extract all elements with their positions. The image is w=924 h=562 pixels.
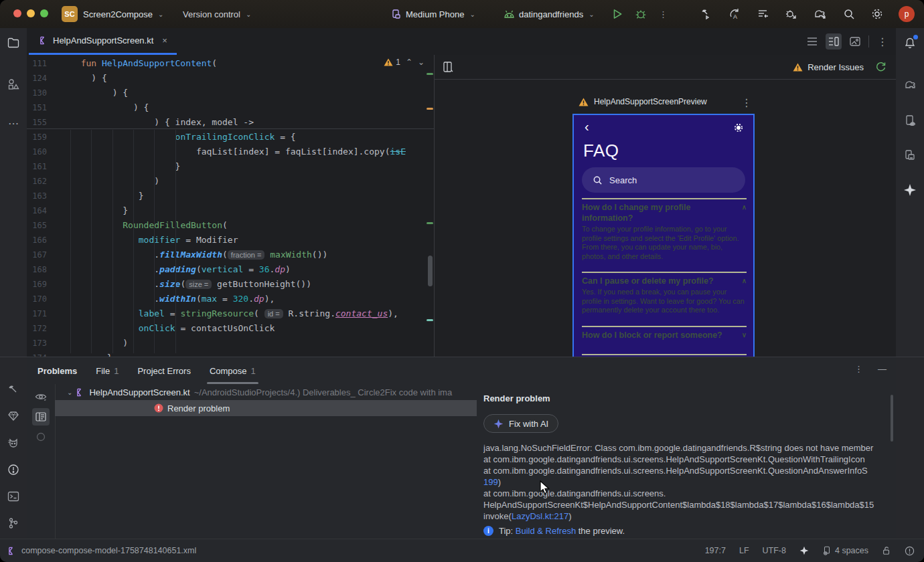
render-issues-button[interactable]: Render Issues <box>793 55 864 79</box>
caret-position[interactable]: 197:7 <box>705 546 726 555</box>
device-selector[interactable]: Medium Phone⌄ <box>391 0 475 28</box>
code-line-173[interactable]: 173) <box>27 336 434 351</box>
code-line-159[interactable]: 159onTrailingIconClick = { <box>27 130 434 145</box>
build-tool-icon[interactable] <box>0 376 27 403</box>
chevron-down-icon[interactable]: ⌄ <box>67 389 72 396</box>
gradle-sync-icon[interactable] <box>813 7 828 21</box>
close-tab-icon[interactable]: × <box>162 35 167 45</box>
maximize-window-button[interactable] <box>40 9 48 17</box>
problems-tab-file[interactable]: File1 <box>96 357 119 384</box>
faq-search-input[interactable]: Search <box>582 167 745 193</box>
device-manager-icon[interactable] <box>897 107 923 134</box>
code-line-171[interactable]: 171label = stringResource( id = R.string… <box>27 306 434 321</box>
code-line-130[interactable]: 130) { <box>27 86 434 100</box>
gemini-ai-icon[interactable] <box>897 177 923 203</box>
line-number[interactable]: 165 <box>27 218 47 233</box>
code-line-174[interactable]: 174} <box>27 351 434 357</box>
code-line-169[interactable]: 169.size(size = getButtonHeight()) <box>27 277 434 292</box>
view-options-eye-icon[interactable] <box>32 388 50 405</box>
lock-open-icon[interactable] <box>882 546 891 555</box>
more-tool-windows-icon[interactable]: ⋯ <box>0 110 27 136</box>
faq-settings-gear-icon[interactable] <box>733 122 744 133</box>
line-number[interactable]: 172 <box>27 321 47 336</box>
attach-debugger-icon[interactable] <box>785 7 798 21</box>
app-quality-insights-icon[interactable] <box>0 403 27 430</box>
design-view-button[interactable] <box>847 33 863 50</box>
code-editor[interactable]: 1 ⌃ ⌄ 111fun HelpAndSupportContent(124) … <box>27 55 434 357</box>
preview-card-title[interactable]: HelpAndSupportScreenPreview <box>579 97 707 106</box>
code-view-button[interactable] <box>804 33 820 50</box>
render-problem-node[interactable]: Render problem <box>55 400 477 416</box>
build-refresh-link[interactable]: Build & Refresh <box>516 526 576 536</box>
line-number[interactable]: 130 <box>27 86 47 100</box>
project-selector[interactable]: Screen2Compose⌄ <box>83 0 163 28</box>
panel-options-icon[interactable]: ⋮ <box>854 364 863 374</box>
line-number[interactable]: 163 <box>27 189 47 203</box>
faq-question[interactable]: How do I block or report someone? <box>582 330 722 341</box>
line-number[interactable]: 167 <box>27 248 47 262</box>
file-encoding[interactable]: UTF-8 <box>763 546 786 555</box>
search-everywhere-icon[interactable] <box>842 7 856 21</box>
problems-file-node[interactable]: ⌄ HelpAndSupportScreen.kt ~/AndroidStudi… <box>55 384 477 400</box>
help-circle-icon[interactable] <box>32 428 50 446</box>
run-configuration-selector[interactable]: datingandfriends⌄ <box>504 0 595 28</box>
line-separator[interactable]: LF <box>739 546 749 555</box>
close-window-button[interactable] <box>13 9 21 17</box>
resource-manager-icon[interactable] <box>0 71 27 98</box>
faq-question[interactable]: How do I change my profile information? <box>582 202 742 223</box>
line-number[interactable]: 111 <box>27 56 47 71</box>
problems-tab-problems[interactable]: Problems <box>37 357 77 384</box>
code-line-172[interactable]: 172onClick = contactUsOnClick <box>27 321 434 336</box>
hide-panel-icon[interactable]: — <box>878 364 887 374</box>
user-avatar[interactable]: p <box>899 6 915 22</box>
git-tool-icon[interactable] <box>0 510 27 537</box>
more-run-options[interactable]: ⋮ <box>659 0 668 28</box>
terminal-icon[interactable] <box>0 483 27 510</box>
refresh-preview-icon[interactable] <box>875 61 887 72</box>
line-number[interactable]: 166 <box>27 233 47 248</box>
minimize-window-button[interactable] <box>27 9 35 17</box>
gradle-tool-icon[interactable] <box>897 71 923 98</box>
problems-tab-compose[interactable]: Compose1 <box>210 357 256 384</box>
code-line-162[interactable]: 162) <box>27 174 434 189</box>
run-button[interactable] <box>611 0 623 28</box>
line-number[interactable]: 164 <box>27 203 47 218</box>
logcat-icon[interactable] <box>0 430 27 456</box>
fix-with-ai-button[interactable]: Fix with AI <box>483 414 558 433</box>
line-number[interactable]: 170 <box>27 292 47 306</box>
line-number[interactable]: 162 <box>27 174 47 189</box>
line-number[interactable]: 169 <box>27 277 47 292</box>
preview-card-menu-icon[interactable]: ⋮ <box>741 96 752 109</box>
chevron-down-icon[interactable]: ∨ <box>742 330 747 341</box>
trace-link[interactable]: LazyDsl.kt:217 <box>512 511 568 521</box>
line-number[interactable]: 161 <box>27 159 47 174</box>
code-line-124[interactable]: 124) { <box>27 71 434 86</box>
line-number[interactable]: 173 <box>27 336 47 351</box>
back-icon[interactable]: ‹ <box>585 119 589 134</box>
chevron-up-icon[interactable]: ∧ <box>742 202 747 223</box>
editor-options-icon[interactable]: ⋮ <box>874 33 891 50</box>
code-line-160[interactable]: 160faqList[index] = faqList[index].copy(… <box>27 145 434 159</box>
settings-gear-icon[interactable] <box>870 7 884 21</box>
line-number[interactable]: 155 <box>27 115 47 130</box>
chevron-up-icon[interactable]: ∧ <box>742 276 747 286</box>
detail-scrollbar-thumb[interactable] <box>891 395 893 442</box>
faq-item[interactable]: How do I block or report someone?∨ <box>582 326 747 354</box>
code-line-165[interactable]: 165RoundedFilledButton( <box>27 218 434 233</box>
split-view-button[interactable] <box>826 33 842 50</box>
trace-link[interactable]: 199 <box>483 477 498 487</box>
faq-item[interactable]: How do I change my profile information?∧… <box>582 198 747 272</box>
line-number[interactable]: 171 <box>27 306 47 321</box>
code-line-167[interactable]: 167.fillMaxWidth(fraction = maxWidth()) <box>27 248 434 262</box>
problems-tab-project-errors[interactable]: Project Errors <box>137 357 190 384</box>
code-line-168[interactable]: 168.padding(vertical = 36.dp) <box>27 262 434 277</box>
ai-status-icon[interactable] <box>799 546 809 555</box>
code-line-166[interactable]: 166modifier = Modifier <box>27 233 434 248</box>
running-devices-icon[interactable] <box>897 142 923 169</box>
line-number[interactable]: 160 <box>27 145 47 159</box>
line-number[interactable]: 168 <box>27 262 47 277</box>
editor-tab-helpandsupportscreen[interactable]: HelpAndSupportScreen.kt × <box>29 28 177 53</box>
build-and-run-icon[interactable] <box>700 7 714 21</box>
line-number[interactable]: 124 <box>27 71 47 86</box>
code-line-151[interactable]: 151) { <box>27 100 434 115</box>
